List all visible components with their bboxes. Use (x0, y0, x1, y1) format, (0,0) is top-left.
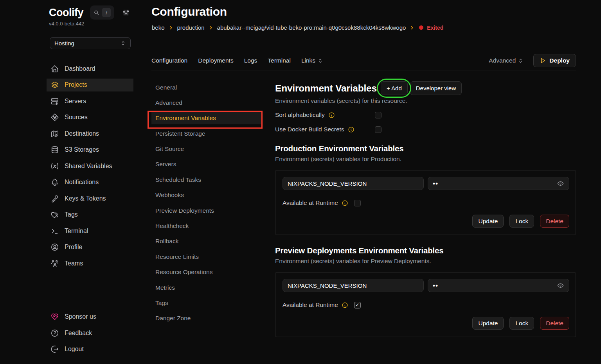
sidebar-item-label: Notifications (65, 179, 99, 186)
bell-icon (50, 178, 59, 186)
lock-button[interactable]: Lock (509, 215, 534, 228)
subnav-item-label: Healthcheck (155, 222, 189, 230)
search-button[interactable]: / (90, 5, 114, 20)
info-icon (328, 112, 335, 118)
subnav-item-rollback[interactable]: Rollback (151, 235, 261, 247)
breadcrumb-item[interactable]: beko (152, 24, 165, 31)
subnav-item-resource-operations[interactable]: Resource Operations (151, 266, 261, 278)
sidebar-item-keys-tokens[interactable]: Keys & Tokens (47, 192, 133, 205)
info-icon (342, 200, 348, 206)
team-selector[interactable]: Hosting (50, 37, 131, 49)
selector-icon (120, 40, 126, 46)
user-circle-icon (50, 243, 59, 251)
subnav-item-environment-variables[interactable]: Environment Variables (151, 112, 261, 124)
section-title: Preview Deployments Environment Variable… (275, 246, 576, 255)
sidebar-item-s3-storages[interactable]: S3 Storages (47, 143, 133, 156)
breadcrumb-item[interactable]: abubakar--meigag/vid-tube-beko-pro:main-… (217, 24, 406, 31)
terminal-icon (50, 227, 59, 235)
sidebar-item-feedback[interactable]: Feedback (47, 326, 133, 339)
add-env-var-button[interactable]: + Add (381, 81, 408, 95)
subnav-item-scheduled-tasks[interactable]: Scheduled Tasks (151, 174, 261, 186)
env-var-card: •• Available at Runtime UpdateLockDelete (275, 170, 576, 235)
subnav-item-metrics[interactable]: Metrics (151, 282, 261, 294)
runtime-label: Available at Runtime (283, 199, 338, 206)
adjustments-icon[interactable] (122, 9, 130, 16)
delete-button[interactable]: Delete (540, 215, 569, 228)
env-var-name-input[interactable] (283, 279, 424, 292)
env-content: Environment Variables + Add Developer vi… (275, 78, 576, 337)
sidebar-item-notifications[interactable]: Notifications (47, 176, 133, 189)
variable-icon (50, 162, 59, 170)
tab-label: Links (301, 57, 315, 64)
tabs-row: Configuration Deployments Logs Terminal … (151, 51, 576, 70)
sidebar: Coolify / v4.0.0-beta.442 Hosting Dashbo… (0, 0, 138, 364)
subnav-item-tags[interactable]: Tags (151, 297, 261, 309)
env-var-value-field[interactable]: •• (428, 279, 569, 292)
sidebar-item-teams[interactable]: Teams (47, 257, 133, 270)
page-title: Configuration (151, 5, 227, 18)
info-icon (342, 302, 348, 308)
env-option-label: Use Docker Build Secrets (275, 126, 344, 133)
selector-icon (518, 58, 524, 64)
subnav-item-label: Metrics (155, 284, 175, 291)
search-shortcut-key: / (102, 8, 111, 17)
server-icon (50, 97, 59, 106)
sidebar-item-tags[interactable]: Tags (47, 208, 133, 221)
help-icon (50, 329, 59, 337)
eye-icon[interactable] (557, 180, 564, 187)
subnav-item-general[interactable]: General (151, 81, 261, 93)
chevron-right-icon (409, 25, 415, 30)
update-button[interactable]: Update (472, 215, 504, 228)
delete-button[interactable]: Delete (540, 317, 569, 330)
sidebar-item-terminal[interactable]: Terminal (47, 224, 133, 237)
env-var-value-field[interactable]: •• (428, 177, 569, 190)
use-docker-build-secrets-checkbox[interactable] (375, 126, 381, 133)
tab-links[interactable]: Links (301, 57, 323, 64)
subnav-item-preview-deployments[interactable]: Preview Deployments (151, 204, 261, 217)
tab-deployments[interactable]: Deployments (198, 57, 233, 64)
subnav-item-git-source[interactable]: Git Source (151, 143, 261, 155)
chevron-right-icon (168, 25, 174, 30)
sort-alphabetically-checkbox[interactable] (375, 112, 381, 118)
deploy-label: Deploy (549, 57, 570, 64)
tab-label: Configuration (151, 57, 187, 64)
subnav-item-healthcheck[interactable]: Healthcheck (151, 220, 261, 232)
advanced-dropdown[interactable]: Advanced (489, 57, 524, 64)
tab-configuration[interactable]: Configuration (151, 57, 187, 64)
subnav-item-webhooks[interactable]: Webhooks (151, 189, 261, 201)
runtime-checkbox[interactable] (354, 200, 361, 206)
subnav-item-danger-zone[interactable]: Danger Zone (151, 312, 261, 325)
search-icon (94, 10, 99, 16)
subnav-item-label: Tags (155, 299, 168, 307)
sidebar-item-profile[interactable]: Profile (47, 241, 133, 254)
eye-icon[interactable] (557, 282, 564, 289)
lock-button[interactable]: Lock (509, 317, 534, 330)
runtime-checkbox[interactable] (354, 302, 361, 308)
sidebar-item-logout[interactable]: Logout (47, 343, 133, 356)
deploy-button[interactable]: Deploy (533, 54, 576, 67)
tab-logs[interactable]: Logs (244, 57, 257, 64)
sidebar-item-sponsor-us[interactable]: Sponsor us (47, 310, 133, 323)
sidebar-header: Coolify / v4.0.0-beta.442 Hosting (0, 5, 138, 49)
env-var-name-input[interactable] (283, 177, 424, 190)
subnav-item-advanced[interactable]: Advanced (151, 97, 261, 109)
tab-label: Logs (244, 57, 257, 64)
developer-view-button[interactable]: Developer view (410, 81, 462, 95)
sidebar-item-shared-variables[interactable]: Shared Variables (47, 160, 133, 172)
users-icon (50, 259, 59, 268)
subnav-item-servers[interactable]: Servers (151, 158, 261, 170)
subnav-item-persistent-storage[interactable]: Persistent Storage (151, 127, 261, 140)
subnav-item-label: Advanced (155, 99, 182, 106)
sidebar-item-destinations[interactable]: Destinations (47, 127, 133, 140)
sidebar-item-servers[interactable]: Servers (47, 95, 133, 108)
sidebar-item-label: Projects (65, 81, 87, 88)
sidebar-item-dashboard[interactable]: Dashboard (47, 62, 133, 75)
subnav-item-resource-limits[interactable]: Resource Limits (151, 251, 261, 263)
tab-terminal[interactable]: Terminal (268, 57, 291, 64)
update-button[interactable]: Update (472, 317, 504, 330)
advanced-label: Advanced (489, 57, 516, 64)
sidebar-item-projects[interactable]: Projects (47, 79, 133, 91)
subnav-item-label: General (155, 84, 177, 91)
sidebar-item-sources[interactable]: Sources (47, 111, 133, 124)
breadcrumb-item[interactable]: production (177, 24, 205, 31)
